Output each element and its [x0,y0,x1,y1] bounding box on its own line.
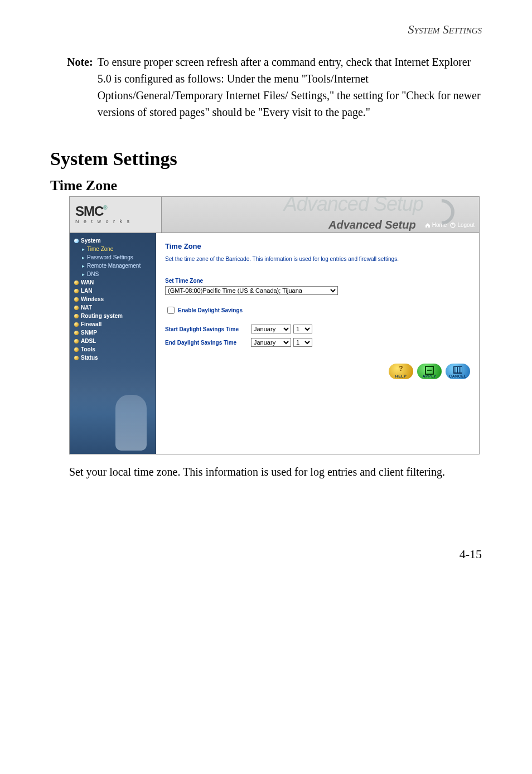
note-block: Note: To ensure proper screen refresh af… [0,42,532,132]
section-title: Time Zone [50,177,532,194]
logo-subtext: N e t w o r k s [75,219,131,224]
sidebar-group-wireless[interactable]: Wireless [70,295,156,303]
caption-text: Set your local time zone. This informati… [69,463,482,480]
arrow-icon: ▸ [82,255,85,260]
bullet-icon [74,314,79,318]
content-panel: Time Zone Set the time zone of the Barri… [156,233,479,454]
set-time-zone-label: Set Time Zone [165,278,470,284]
bullet-icon [74,297,79,302]
bullet-icon [74,356,79,360]
banner-ghost-text: Advanced Setup [284,197,423,216]
time-zone-select[interactable]: (GMT-08:00)Pacific Time (US & Canada); T… [165,286,338,295]
bullet-icon [74,322,79,327]
sidebar-item-dns[interactable]: ▸DNS [70,270,156,278]
bullet-icon [74,339,79,344]
sidebar-item-time-zone[interactable]: ▸Time Zone [70,245,156,253]
panel-description: Set the time zone of the Barricade. This… [165,256,470,262]
arrow-icon: ▸ [82,272,85,277]
start-dst-label: Start Daylight Savings Time [165,326,251,332]
page-title: System Settings [50,148,532,170]
sidebar-group-firewall[interactable]: Firewall [70,320,156,328]
note-body: To ensure proper screen refresh after a … [98,54,482,120]
note-label: Note: [67,54,93,120]
sidebar-group-lan[interactable]: LAN [70,287,156,295]
sidebar-group-snmp[interactable]: SNMP [70,328,156,337]
bullet-icon [74,331,79,335]
bullet-icon [74,306,79,310]
arrow-icon: ▸ [82,263,85,269]
start-dst-day-select[interactable]: 1 [293,325,312,333]
sidebar-group-routing[interactable]: Routing system [70,312,156,320]
sidebar-group-adsl[interactable]: ADSL [70,337,156,345]
bullet-icon [74,239,79,243]
banner-title: Advanced Setup [328,219,416,231]
apply-button[interactable]: APPLY [417,364,442,379]
home-icon [425,222,431,228]
start-dst-month-select[interactable]: January [251,325,291,333]
logo-area: SMC® N e t w o r k s [70,197,162,233]
bullet-icon [74,289,79,293]
sidebar-group-system[interactable]: System [70,236,156,245]
sidebar-group-tools[interactable]: Tools [70,345,156,354]
banner: Advanced Setup Advanced Setup Home Logou… [162,197,479,233]
help-button[interactable]: HELP [389,364,413,379]
sidebar: System ▸Time Zone ▸Password Settings ▸Re… [70,233,156,454]
arrow-icon: ▸ [82,246,85,252]
cancel-button[interactable]: CANCEL [446,364,470,379]
bullet-icon [74,280,79,285]
logout-icon [450,222,456,228]
bullet-icon [74,347,79,352]
end-dst-month-select[interactable]: January [251,338,291,347]
end-dst-label: End Daylight Savings Time [165,340,251,346]
router-admin-screenshot: SMC® N e t w o r k s Advanced Setup Adva… [69,196,480,454]
banner-art-icon [427,197,477,222]
sidebar-group-wan[interactable]: WAN [70,278,156,287]
panel-title: Time Zone [165,242,470,250]
end-dst-day-select[interactable]: 1 [293,338,312,347]
sidebar-group-status[interactable]: Status [70,354,156,362]
page-number: 4-15 [0,480,532,578]
running-header: System Settings [0,0,532,42]
sidebar-item-remote-management[interactable]: ▸Remote Management [70,262,156,270]
logout-link[interactable]: Logout [450,222,475,228]
enable-dst-checkbox[interactable] [167,307,175,314]
logo-brand: SMC® [75,205,107,217]
sidebar-item-password-settings[interactable]: ▸Password Settings [70,253,156,262]
sidebar-group-nat[interactable]: NAT [70,303,156,312]
enable-dst-label: Enable Daylight Savings [178,307,243,313]
sidebar-decor-image [70,387,156,454]
